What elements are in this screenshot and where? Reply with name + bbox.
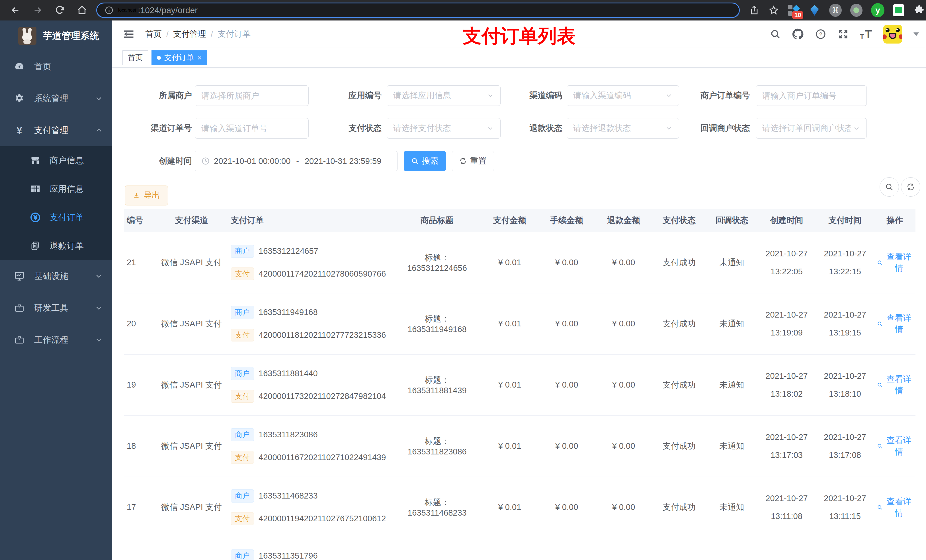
table-refresh-button[interactable] xyxy=(901,177,920,197)
col-header: 支付渠道 xyxy=(155,209,228,232)
view-detail-link[interactable]: 查看详情 xyxy=(877,312,912,335)
status-text: 支付成功 xyxy=(652,477,706,538)
avatar-caret-icon[interactable] xyxy=(914,32,919,36)
callback-status-select[interactable]: 请选择订单回调商户状态 xyxy=(756,118,867,139)
sidebar-item-devtools[interactable]: 研发工具 xyxy=(0,292,112,324)
view-detail-link[interactable]: 查看详情 xyxy=(877,374,912,396)
reset-button[interactable]: 重置 xyxy=(452,151,494,171)
sidebar-item-label: 支付订单 xyxy=(50,212,84,223)
forward-icon[interactable] xyxy=(32,5,43,16)
tab-home[interactable]: 首页 xyxy=(123,50,148,65)
puzzle-extensions-icon[interactable] xyxy=(913,4,925,17)
sidebar-fold-icon[interactable] xyxy=(123,28,135,41)
sidebar-item-merchant-info[interactable]: 商户信息 xyxy=(0,146,112,175)
chevron-down-icon xyxy=(665,125,673,132)
table-row: 21 微信 JSAPI 支付 商户1635312124657 支付4200001… xyxy=(124,232,915,293)
app-select[interactable]: 请选择应用信息 xyxy=(387,85,501,106)
pay-tag: 支付 xyxy=(231,267,254,281)
documents-icon xyxy=(29,241,42,251)
extension-badge: 10 xyxy=(792,11,803,19)
reload-icon[interactable] xyxy=(54,5,65,16)
create-time-range[interactable]: 2021-10-01 00:00:00 - 2021-10-31 23:59:5… xyxy=(195,151,398,171)
chevron-down-icon xyxy=(853,125,860,132)
sidebar-item-refund-order[interactable]: 退款订单 xyxy=(0,232,112,260)
sidebar-item-payment[interactable]: ¥ 支付管理 xyxy=(0,115,112,146)
address-bar[interactable]: localhost:1024/pay/order xyxy=(96,3,740,18)
refresh-icon xyxy=(459,157,467,165)
col-header: 支付订单 xyxy=(228,209,393,232)
sidebar-item-workflow[interactable]: 工作流程 xyxy=(0,324,112,356)
view-detail-link[interactable]: 查看详情 xyxy=(877,251,912,274)
table-row: 17 微信 JSAPI 支付 商户1635311468233 支付4200001… xyxy=(124,477,915,538)
search-icon xyxy=(877,504,883,511)
sidebar-item-pay-order[interactable]: 支付订单 xyxy=(0,203,112,232)
merchant-input[interactable] xyxy=(195,85,309,106)
sidebar-item-system[interactable]: 系统管理 xyxy=(0,83,112,115)
tab-pay-order[interactable]: 支付订单 × xyxy=(151,50,207,65)
annotation-title: 支付订单列表 xyxy=(463,23,575,49)
merchant-order-input[interactable] xyxy=(756,85,867,106)
filter-label-callback-status: 回调商户状态 xyxy=(676,118,750,139)
channel-order-input[interactable] xyxy=(195,118,309,139)
sidebar-item-label: 研发工具 xyxy=(34,302,68,314)
date-start: 2021-10-01 00:00:00 xyxy=(214,157,291,166)
github-icon[interactable] xyxy=(792,29,803,40)
search-icon xyxy=(877,259,883,266)
chevron-up-icon xyxy=(95,127,103,134)
chevron-down-icon xyxy=(665,92,673,99)
col-header: 支付金额 xyxy=(481,209,538,232)
col-header: 编号 xyxy=(124,209,155,232)
share-icon[interactable] xyxy=(749,5,760,16)
font-size-icon[interactable]: TT xyxy=(860,28,872,41)
search-button[interactable]: 搜索 xyxy=(404,151,446,171)
view-detail-link[interactable]: 查看详情 xyxy=(877,435,912,457)
sidebar-item-infra[interactable]: 基础设施 xyxy=(0,260,112,292)
channel-code-select[interactable]: 请输入渠道编码 xyxy=(567,85,679,106)
circled-yuan-icon xyxy=(29,212,42,223)
help-icon[interactable]: ? xyxy=(815,29,826,40)
y-logo-extension-icon[interactable]: y xyxy=(871,3,884,17)
gear-icon xyxy=(12,93,26,104)
tags-view-bar: 首页 支付订单 × xyxy=(112,48,926,68)
home-icon[interactable] xyxy=(76,5,88,16)
bookmark-star-icon[interactable] xyxy=(768,5,779,16)
search-icon xyxy=(885,183,894,191)
col-header: 回调状态 xyxy=(706,209,757,232)
refund-status-select[interactable]: 请选择退款状态 xyxy=(567,118,679,139)
pay-order-table: 编号 支付渠道 支付订单 商品标题 支付金额 手续金额 退款金额 支付状态 回调… xyxy=(124,209,915,560)
pay-status-select[interactable]: 请选择支付状态 xyxy=(387,118,501,139)
app-logo[interactable]: 芋道管理系统 xyxy=(0,21,112,51)
fullscreen-icon[interactable] xyxy=(838,29,849,39)
back-icon[interactable] xyxy=(10,5,21,16)
search-icon xyxy=(877,443,883,450)
download-icon xyxy=(133,192,140,199)
extension-blocks-icon[interactable]: 10 xyxy=(787,4,800,17)
gem-extension-icon[interactable] xyxy=(808,4,821,17)
dot-extension-icon[interactable] xyxy=(850,4,862,17)
view-detail-link[interactable]: 查看详情 xyxy=(877,496,912,519)
sidebar-item-app-info[interactable]: 应用信息 xyxy=(0,175,112,203)
export-button[interactable]: 导出 xyxy=(125,186,168,205)
command-extension-icon[interactable]: ⌘ xyxy=(829,4,841,17)
breadcrumb-current: 支付订单 xyxy=(218,29,251,40)
sidebar-item-label: 退款订单 xyxy=(50,240,84,252)
search-icon xyxy=(877,320,883,327)
refresh-icon xyxy=(906,183,915,191)
tab-close-icon[interactable]: × xyxy=(197,54,201,62)
pay-tag: 支付 xyxy=(231,329,254,342)
chat-extension-icon[interactable] xyxy=(893,4,904,16)
col-header: 支付时间 xyxy=(816,209,874,232)
col-header: 退款金额 xyxy=(595,209,652,232)
table-row: 20 微信 JSAPI 支付 商户1635311949168 支付4200001… xyxy=(124,293,915,354)
url-path: :1024/pay/order xyxy=(138,5,198,15)
col-header: 操作 xyxy=(874,209,915,232)
site-info-icon[interactable] xyxy=(104,6,113,15)
sidebar-item-home[interactable]: 首页 xyxy=(0,51,112,83)
header-search-icon[interactable] xyxy=(770,29,781,39)
breadcrumb-home[interactable]: 首页 xyxy=(145,29,162,40)
filter-label-channel-code: 渠道编码 xyxy=(488,85,562,106)
table-search-toggle-button[interactable] xyxy=(879,177,899,197)
main-area: 首页 / 支付管理 / 支付订单 支付订单列表 ? TT xyxy=(112,21,926,560)
user-avatar[interactable] xyxy=(883,25,902,44)
status-text: 支付成功 xyxy=(652,415,706,477)
